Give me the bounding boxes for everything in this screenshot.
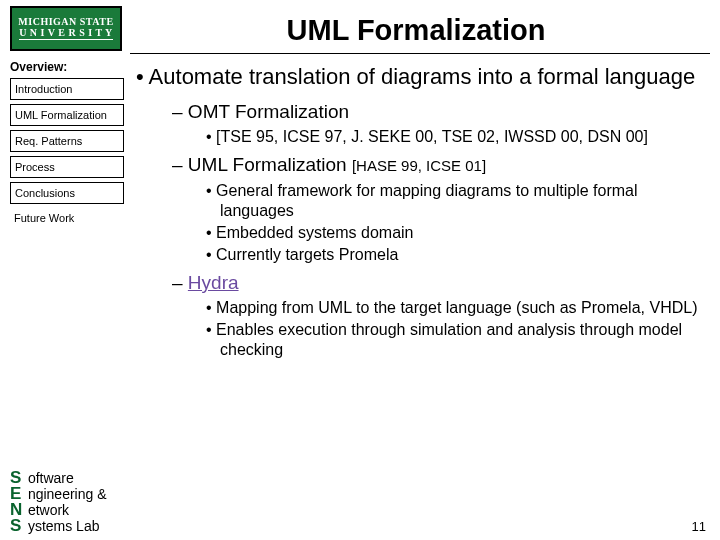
- sidebar-item-label: Future Work: [14, 212, 74, 224]
- lab-rest-4: ystems Lab: [24, 518, 99, 534]
- sidebar-heading: Overview:: [10, 60, 124, 74]
- logo-line-1: MICHIGAN STATE: [18, 16, 113, 27]
- bullet-level-2-hydra: Hydra: [172, 271, 702, 294]
- hydra-link[interactable]: Hydra: [188, 272, 239, 293]
- sidebar-item-label: Introduction: [15, 83, 72, 95]
- slide-title: UML Formalization: [122, 6, 710, 47]
- sidebar-item-label: Conclusions: [15, 187, 75, 199]
- lab-line-4: S ystems Lab: [10, 518, 107, 534]
- bullet-level-3-hydra-2: Enables execution through simulation and…: [206, 320, 702, 360]
- body: Overview: Introduction UML Formalization…: [0, 54, 720, 524]
- sidebar-item-conclusions[interactable]: Conclusions: [10, 182, 124, 204]
- sidebar-item-label: Process: [15, 161, 55, 173]
- page-number: 11: [692, 519, 706, 534]
- bullet-level-3-uml-2: Embedded systems domain: [206, 223, 702, 243]
- lab-rest-2: ngineering &: [24, 486, 107, 502]
- lab-rest-3: etwork: [24, 502, 69, 518]
- bullet-level-1: Automate translation of diagrams into a …: [136, 64, 702, 90]
- bullet-level-2-uml: UML Formalization [HASE 99, ICSE 01]: [172, 153, 702, 177]
- logo-line-2: U N I V E R S I T Y: [19, 27, 113, 40]
- slide: MICHIGAN STATE U N I V E R S I T Y UML F…: [0, 0, 720, 540]
- lab-line-1: S oftware: [10, 470, 107, 486]
- content: Automate translation of diagrams into a …: [130, 54, 720, 524]
- sidebar-item-introduction[interactable]: Introduction: [10, 78, 124, 100]
- bullet-level-2-omt: OMT Formalization: [172, 100, 702, 123]
- sidebar: Overview: Introduction UML Formalization…: [0, 54, 130, 524]
- bullet-level-3-hydra-1: Mapping from UML to the target language …: [206, 298, 702, 318]
- uml-title-refs: [HASE 99, ICSE 01]: [352, 157, 486, 174]
- sidebar-item-process[interactable]: Process: [10, 156, 124, 178]
- lab-initial-s2: S: [10, 518, 24, 534]
- lab-line-3: N etwork: [10, 502, 107, 518]
- university-logo: MICHIGAN STATE U N I V E R S I T Y: [10, 6, 122, 51]
- lab-rest-1: oftware: [24, 470, 74, 486]
- lab-line-2: E ngineering &: [10, 486, 107, 502]
- header: MICHIGAN STATE U N I V E R S I T Y UML F…: [0, 0, 720, 51]
- sidebar-item-uml-formalization[interactable]: UML Formalization: [10, 104, 124, 126]
- sidebar-item-future-work[interactable]: Future Work: [10, 208, 124, 228]
- sidebar-item-label: Req. Patterns: [15, 135, 82, 147]
- bullet-level-3-uml-1: General framework for mapping diagrams t…: [206, 181, 702, 221]
- lab-label: S oftware E ngineering & N etwork S yste…: [10, 470, 107, 534]
- sidebar-item-req-patterns[interactable]: Req. Patterns: [10, 130, 124, 152]
- bullet-level-3-uml-3: Currently targets Promela: [206, 245, 702, 265]
- uml-title-text: UML Formalization: [188, 154, 352, 175]
- bullet-level-3-omt-refs: [TSE 95, ICSE 97, J. SEKE 00, TSE 02, IW…: [206, 127, 702, 147]
- sidebar-item-label: UML Formalization: [15, 109, 107, 121]
